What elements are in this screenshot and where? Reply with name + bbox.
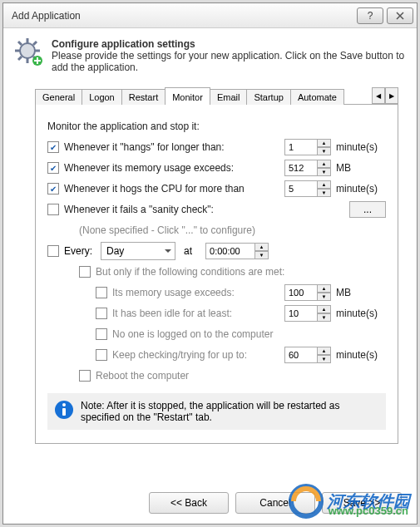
dialog-window: Add Application ? Configure application … bbox=[2, 2, 418, 525]
spin-cond-keep[interactable]: ▲▼ bbox=[284, 347, 331, 363]
spin-down[interactable]: ▼ bbox=[318, 168, 331, 176]
label-cond-mem: Its memory usage exceeds: bbox=[112, 287, 279, 298]
spin-up[interactable]: ▲ bbox=[318, 305, 331, 313]
label-cond-nouser: No one is logged on to the computer bbox=[112, 328, 386, 340]
svg-point-11 bbox=[62, 403, 66, 406]
cancel-button[interactable]: Cancel bbox=[235, 492, 315, 514]
note-text: Note: After it is stopped, the applicati… bbox=[81, 400, 379, 423]
svg-line-5 bbox=[18, 42, 22, 45]
tab-scroll-right[interactable]: ▶ bbox=[385, 87, 398, 104]
monitor-intro: Monitor the application and stop it: bbox=[47, 121, 386, 132]
spin-down[interactable]: ▼ bbox=[318, 313, 331, 322]
checkbox-cond-keep[interactable] bbox=[96, 349, 107, 361]
svg-rect-12 bbox=[62, 408, 66, 416]
header-subtitle: Please provide the settings for your new… bbox=[52, 50, 405, 73]
tab-logon[interactable]: Logon bbox=[82, 89, 122, 105]
spin-up[interactable]: ▲ bbox=[318, 180, 331, 189]
header: Configure application settings Please pr… bbox=[3, 28, 417, 80]
spin-time[interactable]: ▲▼ bbox=[205, 243, 269, 259]
label-cond-keep: Keep checking/trying for up to: bbox=[112, 349, 279, 361]
checkbox-hangs[interactable] bbox=[47, 141, 59, 153]
label-sanity: Whenever it fails a "sanity check": bbox=[64, 204, 344, 215]
spin-cond-idle[interactable]: ▲▼ bbox=[284, 305, 331, 322]
input-cond-keep[interactable] bbox=[284, 347, 318, 363]
sanity-configure-button[interactable]: ... bbox=[349, 201, 386, 218]
unit-memory: MB bbox=[336, 162, 386, 174]
svg-point-0 bbox=[20, 43, 35, 58]
spin-hangs[interactable]: ▲▼ bbox=[284, 139, 331, 155]
spin-up[interactable]: ▲ bbox=[318, 347, 331, 355]
close-icon bbox=[396, 12, 404, 20]
spin-cond-mem[interactable]: ▲▼ bbox=[284, 284, 331, 301]
label-at: at bbox=[184, 245, 192, 257]
tab-startup[interactable]: Startup bbox=[246, 89, 290, 105]
input-time[interactable] bbox=[205, 243, 255, 259]
tab-monitor[interactable]: Monitor bbox=[165, 87, 210, 105]
unit-cond-mem: MB bbox=[336, 287, 386, 298]
label-reboot: Reboot the computer bbox=[96, 370, 386, 382]
header-text: Configure application settings Please pr… bbox=[52, 38, 405, 73]
checkbox-sanity[interactable] bbox=[47, 204, 59, 215]
label-cpu: Whenever it hogs the CPU for more than bbox=[64, 183, 279, 195]
spin-up[interactable]: ▲ bbox=[318, 139, 331, 147]
note-box: Note: After it is stopped, the applicati… bbox=[47, 393, 386, 430]
header-title: Configure application settings bbox=[52, 38, 405, 50]
back-button[interactable]: << Back bbox=[149, 492, 229, 514]
monitor-panel: Monitor the application and stop it: Whe… bbox=[35, 105, 398, 444]
label-every: Every: bbox=[64, 245, 92, 257]
input-cond-idle[interactable] bbox=[284, 305, 318, 322]
svg-line-7 bbox=[33, 42, 37, 45]
label-cond-idle: It has been idle for at least: bbox=[112, 308, 279, 319]
close-button[interactable] bbox=[387, 7, 413, 24]
spin-memory[interactable]: ▲▼ bbox=[284, 160, 331, 176]
input-cond-mem[interactable] bbox=[284, 284, 318, 301]
spin-up[interactable]: ▲ bbox=[255, 243, 269, 251]
label-hangs: Whenever it "hangs" for longer than: bbox=[64, 141, 279, 153]
spin-down[interactable]: ▼ bbox=[318, 189, 331, 197]
spin-up[interactable]: ▲ bbox=[318, 160, 331, 168]
footer-buttons: << Back Cancel Save >> bbox=[149, 492, 402, 514]
select-period[interactable]: Day bbox=[101, 242, 175, 260]
info-icon bbox=[54, 400, 74, 420]
checkbox-cond-idle[interactable] bbox=[96, 308, 107, 319]
spin-down[interactable]: ▼ bbox=[255, 251, 269, 259]
unit-cond-keep: minute(s) bbox=[336, 349, 386, 361]
unit-cond-idle: minute(s) bbox=[336, 308, 386, 319]
sanity-hint: (None specified - Click "..." to configu… bbox=[79, 224, 386, 236]
checkbox-cond-intro[interactable] bbox=[79, 266, 91, 278]
input-cpu[interactable] bbox=[284, 180, 318, 197]
checkbox-cond-mem[interactable] bbox=[96, 287, 107, 298]
checkbox-cpu[interactable] bbox=[47, 183, 59, 195]
input-memory[interactable] bbox=[284, 160, 318, 176]
content: General Logon Restart Monitor Email Star… bbox=[3, 80, 417, 444]
spin-up[interactable]: ▲ bbox=[318, 284, 331, 293]
tab-automate[interactable]: Automate bbox=[290, 89, 344, 105]
checkbox-memory[interactable] bbox=[47, 162, 59, 174]
titlebar: Add Application ? bbox=[3, 3, 417, 28]
label-cond-intro: But only if the following conditions are… bbox=[96, 266, 386, 278]
tab-scroll-left[interactable]: ◀ bbox=[372, 87, 385, 104]
tab-restart[interactable]: Restart bbox=[121, 89, 166, 105]
input-hangs[interactable] bbox=[284, 139, 318, 155]
tabs: General Logon Restart Monitor Email Star… bbox=[35, 86, 398, 105]
checkbox-reboot[interactable] bbox=[79, 370, 91, 382]
spin-down[interactable]: ▼ bbox=[318, 293, 331, 301]
checkbox-cond-nouser[interactable] bbox=[96, 328, 107, 340]
svg-line-8 bbox=[18, 57, 22, 60]
unit-cpu: minute(s) bbox=[336, 183, 386, 195]
checkbox-every[interactable] bbox=[47, 245, 59, 257]
spin-cpu[interactable]: ▲▼ bbox=[284, 180, 331, 197]
window-title: Add Application bbox=[12, 10, 353, 22]
label-memory: Whenever its memory usage exceeds: bbox=[64, 162, 279, 174]
tab-email[interactable]: Email bbox=[210, 89, 248, 105]
gear-plus-icon bbox=[15, 38, 43, 66]
tab-general[interactable]: General bbox=[35, 89, 82, 105]
unit-hangs: minute(s) bbox=[336, 141, 386, 153]
help-button[interactable]: ? bbox=[357, 7, 383, 24]
save-button[interactable]: Save >> bbox=[322, 492, 402, 514]
spin-down[interactable]: ▼ bbox=[318, 355, 331, 363]
spin-down[interactable]: ▼ bbox=[318, 147, 331, 155]
